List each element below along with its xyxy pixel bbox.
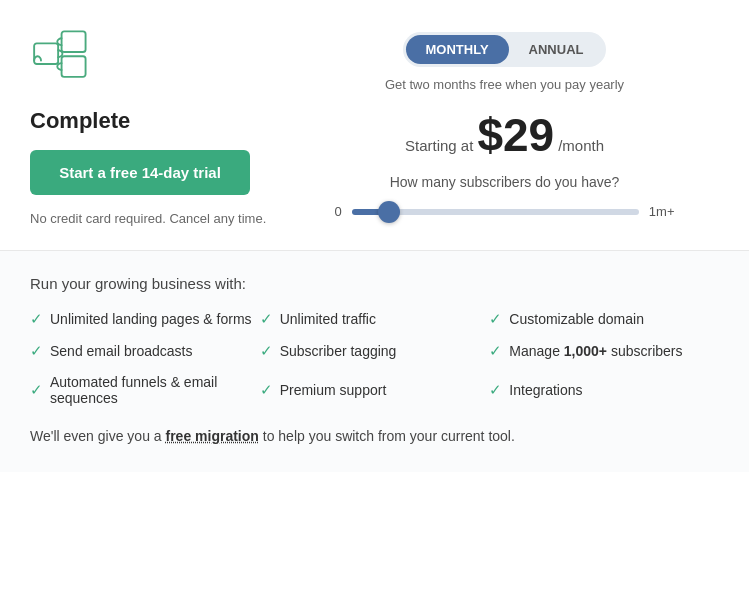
svg-rect-1 bbox=[62, 31, 86, 52]
features-row-1: ✓ Unlimited landing pages & forms ✓ Unli… bbox=[30, 310, 719, 328]
slider-max-label: 1m+ bbox=[649, 204, 675, 219]
trial-button[interactable]: Start a free 14-day trial bbox=[30, 150, 250, 195]
billing-toggle: MONTHLY ANNUAL bbox=[403, 32, 607, 67]
check-icon-1: ✓ bbox=[30, 310, 43, 328]
feature-label: Subscriber tagging bbox=[280, 343, 397, 359]
features-section: Run your growing business with: ✓ Unlimi… bbox=[0, 251, 749, 472]
feature-manage-subscribers: ✓ Manage 1,000+ subscribers bbox=[489, 342, 719, 360]
feature-label: Send email broadcasts bbox=[50, 343, 192, 359]
migration-text-after: to help you switch from your current too… bbox=[259, 428, 515, 444]
feature-premium-support: ✓ Premium support bbox=[260, 381, 490, 399]
check-icon-8: ✓ bbox=[260, 381, 273, 399]
feature-funnels: ✓ Automated funnels & email sequences bbox=[30, 374, 260, 406]
migration-text-before: We'll even give you a bbox=[30, 428, 166, 444]
feature-label: Manage 1,000+ subscribers bbox=[509, 343, 682, 359]
slider-min-label: 0 bbox=[335, 204, 342, 219]
right-panel: MONTHLY ANNUAL Get two months free when … bbox=[290, 28, 719, 219]
no-credit-card-notice: No credit card required. Cancel any time… bbox=[30, 211, 290, 226]
feature-landing-pages: ✓ Unlimited landing pages & forms bbox=[30, 310, 260, 328]
migration-link[interactable]: free migration bbox=[166, 428, 259, 444]
left-panel: Complete Start a free 14-day trial No cr… bbox=[30, 28, 290, 226]
check-icon-4: ✓ bbox=[30, 342, 43, 360]
check-icon-2: ✓ bbox=[260, 310, 273, 328]
features-heading: Run your growing business with: bbox=[30, 275, 719, 292]
free-months-notice: Get two months free when you pay yearly bbox=[385, 77, 624, 92]
features-row-3: ✓ Automated funnels & email sequences ✓ … bbox=[30, 374, 719, 406]
plan-title: Complete bbox=[30, 108, 290, 134]
feature-integrations: ✓ Integrations bbox=[489, 381, 719, 399]
annual-toggle-button[interactable]: ANNUAL bbox=[509, 35, 604, 64]
feature-label: Premium support bbox=[280, 382, 387, 398]
check-icon-7: ✓ bbox=[30, 381, 43, 399]
price-amount: $29 bbox=[477, 108, 554, 162]
check-icon-5: ✓ bbox=[260, 342, 273, 360]
subscribers-slider[interactable] bbox=[352, 209, 639, 215]
features-grid: ✓ Unlimited landing pages & forms ✓ Unli… bbox=[30, 310, 719, 406]
svg-rect-2 bbox=[62, 56, 86, 77]
feature-unlimited-traffic: ✓ Unlimited traffic bbox=[260, 310, 490, 328]
feature-label: Unlimited traffic bbox=[280, 311, 376, 327]
check-icon-9: ✓ bbox=[489, 381, 502, 399]
check-icon-3: ✓ bbox=[489, 310, 502, 328]
subscribers-slider-container: 0 1m+ bbox=[335, 204, 675, 219]
feature-label: Customizable domain bbox=[509, 311, 644, 327]
subscribers-question: How many subscribers do you have? bbox=[390, 174, 620, 190]
feature-email-broadcasts: ✓ Send email broadcasts bbox=[30, 342, 260, 360]
migration-notice: We'll even give you a free migration to … bbox=[30, 428, 719, 444]
feature-label: Automated funnels & email sequences bbox=[50, 374, 260, 406]
starting-at-label: Starting at bbox=[405, 137, 473, 154]
features-row-2: ✓ Send email broadcasts ✓ Subscriber tag… bbox=[30, 342, 719, 360]
feature-subscriber-tagging: ✓ Subscriber tagging bbox=[260, 342, 490, 360]
feature-customizable-domain: ✓ Customizable domain bbox=[489, 310, 719, 328]
feature-label: Unlimited landing pages & forms bbox=[50, 311, 252, 327]
monthly-toggle-button[interactable]: MONTHLY bbox=[406, 35, 509, 64]
check-icon-6: ✓ bbox=[489, 342, 502, 360]
puzzle-icon bbox=[30, 28, 100, 88]
svg-rect-0 bbox=[34, 43, 58, 64]
price-display: Starting at $29 /month bbox=[405, 108, 604, 162]
feature-label: Integrations bbox=[509, 382, 582, 398]
price-period: /month bbox=[558, 137, 604, 154]
